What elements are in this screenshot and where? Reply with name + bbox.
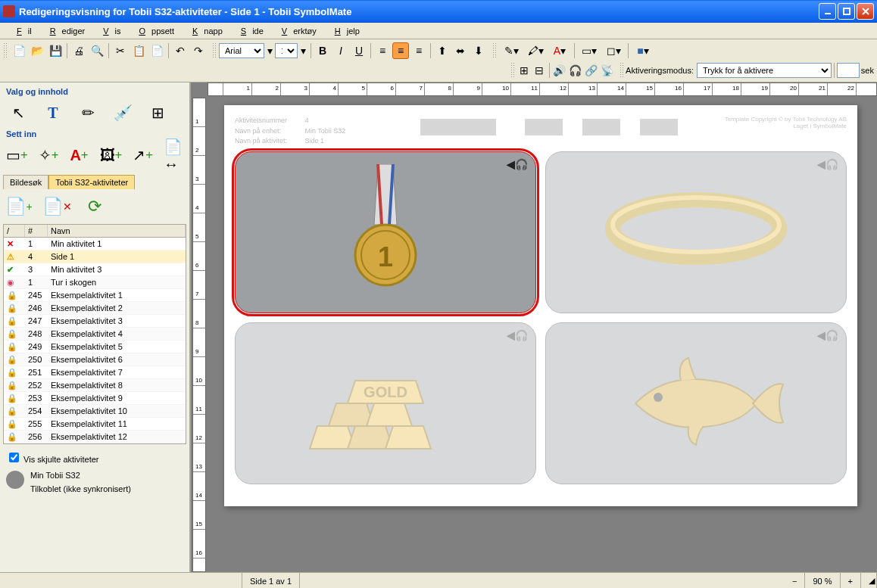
send-button[interactable]: 📡 bbox=[600, 62, 614, 79]
text-color-button[interactable]: A▾ bbox=[548, 42, 571, 59]
audio-icon: ◀🎧 bbox=[817, 329, 838, 341]
menu-button[interactable]: Knapp bbox=[180, 25, 229, 37]
marker-color-button[interactable]: ✎▾ bbox=[500, 42, 523, 59]
table-row[interactable]: 🔒253Eksempelaktivitet 9 bbox=[4, 392, 186, 405]
bold-button[interactable]: B bbox=[314, 42, 331, 59]
redo-button[interactable]: ↷ bbox=[190, 42, 207, 59]
link-button[interactable]: 🔗 bbox=[584, 62, 598, 79]
table-row[interactable]: 🔒250Eksempelaktivitet 6 bbox=[4, 353, 186, 366]
close-button[interactable] bbox=[857, 3, 874, 20]
new-button[interactable]: 📄 bbox=[11, 42, 27, 59]
table-row[interactable]: 🔒251Eksempelaktivitet 7 bbox=[4, 366, 186, 379]
border-color-button[interactable]: ◻▾ bbox=[602, 42, 625, 59]
add-activity-button[interactable]: 📄+ bbox=[8, 195, 30, 218]
refresh-button[interactable]: ⟳ bbox=[83, 195, 106, 218]
col-sort[interactable]: / bbox=[4, 225, 25, 237]
print-button[interactable]: 🖨 bbox=[70, 42, 87, 59]
font-dropdown-button[interactable]: ▾ bbox=[265, 42, 274, 59]
table-row[interactable]: ✕1Min aktivitet 1 bbox=[4, 238, 186, 250]
menu-bar: Fil Rediger Vis Oppsett Knapp Side Verkt… bbox=[0, 23, 877, 39]
activity-table[interactable]: / # Navn ✕1Min aktivitet 1⚠4Side 1✔3Min … bbox=[3, 224, 186, 444]
table-row[interactable]: 🔒256Eksempelaktivitet 12 bbox=[4, 431, 186, 443]
align-left-button[interactable]: ≡ bbox=[374, 42, 391, 59]
table-row[interactable]: 🔒254Eksempelaktivitet 10 bbox=[4, 405, 186, 418]
undo-button[interactable]: ↶ bbox=[172, 42, 189, 59]
italic-button[interactable]: I bbox=[332, 42, 349, 59]
table-row[interactable]: 🔒252Eksempelaktivitet 8 bbox=[4, 379, 186, 392]
table-row[interactable]: 🔒248Eksempelaktivitet 4 bbox=[4, 328, 186, 341]
preview-button[interactable]: 🔍 bbox=[89, 42, 105, 59]
show-hidden-checkbox[interactable]: Vis skjulte aktiviteter bbox=[3, 444, 186, 468]
menu-help[interactable]: Hjelp bbox=[323, 25, 366, 37]
grid-height-button[interactable]: ⊟ bbox=[532, 62, 546, 79]
headphones-button[interactable]: 🎧 bbox=[568, 62, 582, 79]
insert-image-tool[interactable]: 🖼+ bbox=[100, 143, 123, 167]
tab-image-search[interactable]: Bildesøk bbox=[3, 175, 48, 189]
menu-layout[interactable]: Oppsett bbox=[126, 25, 180, 37]
menu-view[interactable]: Vis bbox=[91, 25, 126, 37]
activity-cell[interactable]: ◀🎧1 bbox=[235, 151, 536, 313]
align-top-button[interactable]: ⬆ bbox=[434, 42, 451, 59]
paste-button[interactable]: 📄 bbox=[148, 42, 165, 59]
minimize-button[interactable] bbox=[819, 3, 836, 20]
align-right-button[interactable]: ≡ bbox=[410, 42, 427, 59]
tab-activities[interactable]: Tobii S32-aktiviteter bbox=[48, 175, 135, 189]
pointer-tool[interactable]: ↖ bbox=[6, 101, 30, 125]
grid-width-button[interactable]: ⊞ bbox=[517, 62, 531, 79]
size-dropdown-button[interactable]: ▾ bbox=[298, 42, 307, 59]
grip-icon bbox=[492, 42, 497, 59]
menu-file[interactable]: Fil bbox=[5, 25, 38, 37]
align-center-button[interactable]: ≡ bbox=[392, 42, 409, 59]
copy-button[interactable]: 📋 bbox=[130, 42, 147, 59]
table-row[interactable]: 🔒255Eksempelaktivitet 11 bbox=[4, 418, 186, 431]
menu-tools[interactable]: Verktøy bbox=[270, 25, 323, 37]
status-icon: 🔒 bbox=[4, 406, 25, 416]
seconds-input[interactable] bbox=[837, 63, 860, 78]
col-num[interactable]: # bbox=[25, 225, 48, 237]
align-middle-button[interactable]: ⬌ bbox=[452, 42, 469, 59]
table-row[interactable]: 🔒247Eksempelaktivitet 3 bbox=[4, 315, 186, 328]
table-row[interactable]: ⚠4Side 1 bbox=[4, 250, 186, 263]
insert-shape-tool[interactable]: ✧+ bbox=[39, 143, 59, 167]
canvas-area[interactable]: Aktivitetsnummer 4 Navn på enhet: Min To… bbox=[191, 82, 877, 572]
cut-button[interactable]: ✂ bbox=[112, 42, 129, 59]
resize-grip-icon[interactable]: ◢ bbox=[861, 573, 877, 588]
underline-button[interactable]: U bbox=[351, 42, 367, 59]
font-select[interactable]: Arial bbox=[219, 43, 264, 58]
menu-edit[interactable]: Rediger bbox=[38, 25, 92, 37]
font-size-select[interactable]: 16 bbox=[275, 43, 298, 58]
border-button[interactable]: ▭▾ bbox=[578, 42, 601, 59]
col-name[interactable]: Navn bbox=[48, 225, 186, 237]
open-button[interactable]: 📂 bbox=[29, 42, 45, 59]
activation-mode-select[interactable]: Trykk for å aktivere bbox=[697, 63, 832, 78]
table-row[interactable]: 🔒245Eksempelaktivitet 1 bbox=[4, 289, 186, 302]
highlight-color-button[interactable]: 🖍▾ bbox=[524, 42, 547, 59]
table-row[interactable]: ◉1Tur i skogen bbox=[4, 276, 186, 289]
pencil-tool[interactable]: ✏ bbox=[76, 101, 100, 125]
activity-cell[interactable]: ◀🎧GOLD bbox=[235, 322, 536, 484]
text-tool[interactable]: T bbox=[41, 101, 65, 125]
table-row[interactable]: ✔3Min aktivitet 3 bbox=[4, 263, 186, 276]
zoom-out-button[interactable]: − bbox=[785, 573, 805, 588]
insert-link-tool[interactable]: ↗+ bbox=[133, 143, 153, 167]
align-bottom-button[interactable]: ⬇ bbox=[470, 42, 487, 59]
delete-activity-button[interactable]: 📄✕ bbox=[45, 195, 68, 218]
maximize-button[interactable] bbox=[838, 3, 855, 20]
activation-mode-label: Aktiveringsmodus: bbox=[626, 66, 694, 75]
status-icon: 🔒 bbox=[4, 316, 25, 326]
fill-color-button[interactable]: ■▾ bbox=[632, 42, 654, 59]
insert-text-tool[interactable]: A+ bbox=[69, 143, 89, 167]
table-row[interactable]: 🔒249Eksempelaktivitet 5 bbox=[4, 341, 186, 353]
speaker-button[interactable]: 🔊 bbox=[552, 62, 566, 79]
zoom-in-button[interactable]: + bbox=[841, 573, 861, 588]
insert-button-tool[interactable]: ▭+ bbox=[6, 143, 28, 167]
insert-page-tool[interactable]: 📄↔ bbox=[164, 143, 183, 167]
eyedropper-tool[interactable]: 💉 bbox=[111, 101, 135, 125]
menu-page[interactable]: Side bbox=[229, 25, 270, 37]
page[interactable]: Aktivitetsnummer 4 Navn på enhet: Min To… bbox=[224, 105, 857, 506]
table-row[interactable]: 🔒246Eksempelaktivitet 2 bbox=[4, 302, 186, 315]
save-button[interactable]: 💾 bbox=[47, 42, 64, 59]
activity-cell[interactable]: ◀🎧 bbox=[545, 322, 847, 484]
activity-cell[interactable]: ◀🎧 bbox=[545, 151, 847, 313]
grid-tool[interactable]: ⊞ bbox=[145, 101, 170, 125]
